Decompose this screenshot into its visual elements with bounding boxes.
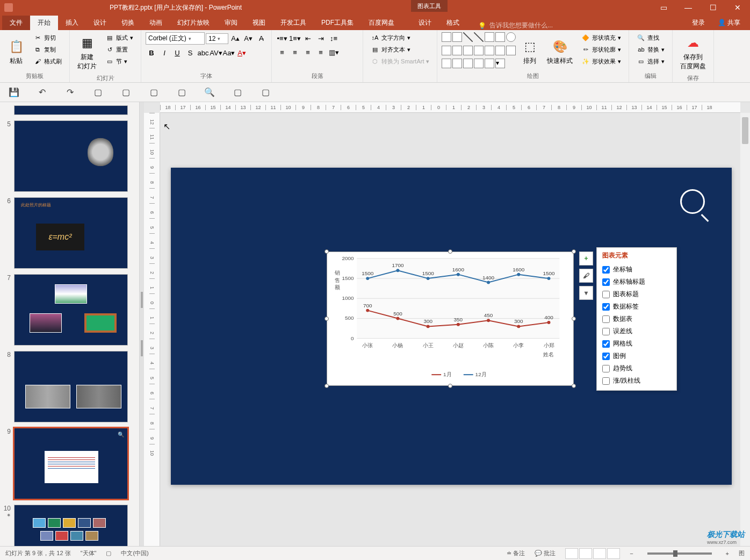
chart-element-item[interactable]: 网格线	[602, 338, 671, 350]
login-button[interactable]: 登录	[687, 16, 710, 30]
view-slideshow[interactable]	[607, 548, 620, 559]
shape-r1[interactable]	[442, 46, 451, 55]
chart-element-item[interactable]: 误差线	[602, 325, 671, 338]
shape-r3[interactable]	[463, 46, 473, 55]
handle-ml[interactable]	[324, 317, 329, 321]
tab-pdf[interactable]: PDF工具集	[314, 16, 361, 30]
outdent-btn[interactable]: ⇤	[302, 32, 314, 44]
slide-thumbnail-panel[interactable]: 5 6 此处照片的标题 ε=mc² 7 8	[0, 102, 140, 546]
shape-outline-btn[interactable]: ✏形状轮廓 ▾	[578, 44, 624, 55]
tab-chart-format[interactable]: 格式	[439, 16, 467, 30]
shape-r7[interactable]	[506, 46, 516, 55]
ribbon-options-btn[interactable]: ▭	[651, 0, 676, 15]
zoom-in[interactable]: +	[726, 550, 729, 557]
underline-btn[interactable]: U	[171, 47, 183, 59]
numbering-btn[interactable]: 1≡▾	[289, 32, 301, 44]
chart-element-checkbox[interactable]	[602, 340, 610, 348]
shape-r10[interactable]	[463, 59, 473, 68]
handle-tr[interactable]	[572, 249, 576, 254]
shape-rect2[interactable]	[495, 32, 505, 42]
quick-styles-button[interactable]: 🎨快速样式	[544, 32, 576, 71]
copy-button[interactable]: ⧉复制	[30, 44, 65, 55]
spacing-btn[interactable]: AV▾	[210, 47, 222, 59]
shape-gallery[interactable]: ▾	[442, 32, 516, 71]
text-direction-btn[interactable]: ↕A文字方向 ▾	[367, 32, 432, 43]
zoom-out[interactable]: −	[630, 550, 633, 557]
view-sorter[interactable]	[579, 548, 592, 559]
indent-btn[interactable]: ⇥	[315, 32, 327, 44]
shape-effects-btn[interactable]: ✨形状效果 ▾	[578, 56, 624, 67]
shape-more[interactable]: ▾	[495, 59, 505, 68]
panel-splitter[interactable]	[140, 102, 144, 546]
chart-element-checkbox[interactable]	[602, 291, 610, 298]
paste-button[interactable]: 📋 粘贴	[4, 32, 28, 71]
line-spacing-btn[interactable]: ↕≡	[328, 32, 340, 44]
chart-element-checkbox[interactable]	[602, 303, 610, 311]
tab-developer[interactable]: 开发工具	[273, 16, 314, 30]
chart-element-checkbox[interactable]	[602, 266, 610, 274]
handle-bm[interactable]	[448, 384, 452, 388]
tab-view[interactable]: 视图	[245, 16, 273, 30]
tab-slideshow[interactable]: 幻灯片放映	[170, 16, 217, 30]
reset-button[interactable]: ↺重置	[102, 44, 136, 55]
shape-r2[interactable]	[452, 46, 462, 55]
shape-rect[interactable]	[442, 32, 451, 42]
scrollbar-vertical[interactable]	[740, 113, 750, 546]
shape-r9[interactable]	[452, 59, 462, 68]
font-size-combo[interactable]: 12▾	[206, 33, 228, 44]
qat-a10[interactable]: ▢	[258, 85, 273, 100]
tab-animations[interactable]: 动画	[142, 16, 170, 30]
shape-oval[interactable]	[506, 32, 516, 42]
handle-tm[interactable]	[448, 249, 452, 254]
qat-a9[interactable]: ▢	[230, 85, 245, 100]
new-slide-button[interactable]: ▦ 新建 幻灯片	[74, 32, 100, 73]
chart-element-checkbox[interactable]	[602, 353, 610, 360]
thumb-8[interactable]: 8	[3, 351, 136, 422]
cut-button[interactable]: ✂剪切	[30, 32, 65, 43]
qat-save[interactable]: 💾	[6, 85, 21, 100]
layout-button[interactable]: ▤版式 ▾	[102, 32, 136, 43]
slide-canvas[interactable]: 0500100015002000小张小杨小王小赵小陈小李小郑7005003003…	[171, 168, 732, 485]
chart-add-element-btn[interactable]: +	[579, 252, 593, 265]
shape-r6[interactable]	[495, 46, 505, 55]
shadow-btn[interactable]: abc	[197, 47, 209, 59]
chart-element-checkbox[interactable]	[602, 377, 610, 385]
qat-undo[interactable]: ↶	[34, 85, 49, 100]
font-color-btn[interactable]: A▾	[236, 47, 248, 59]
qat-a6[interactable]: ▢	[146, 85, 161, 100]
shape-line2[interactable]	[474, 32, 484, 42]
shape-r5[interactable]	[485, 46, 494, 55]
align-text-btn[interactable]: ▤对齐文本 ▾	[367, 44, 432, 55]
clear-format-btn[interactable]: A̶	[255, 33, 267, 45]
thumb-10[interactable]: 10 ✶	[3, 505, 136, 546]
qat-a7[interactable]: ▢	[174, 85, 189, 100]
shape-text[interactable]	[452, 32, 462, 42]
tab-transitions[interactable]: 切换	[114, 16, 142, 30]
chart-element-item[interactable]: 数据表	[602, 313, 671, 325]
find-btn[interactable]: 🔍查找	[633, 32, 668, 43]
save-baidu-button[interactable]: ☁保存到 百度网盘	[677, 32, 709, 73]
smartart-btn[interactable]: ⬡转换为 SmartArt ▾	[367, 56, 432, 67]
fit-to-window[interactable]: 图	[739, 549, 745, 557]
format-painter-button[interactable]: 🖌格式刷	[30, 56, 65, 67]
view-normal[interactable]	[565, 548, 578, 559]
chart-element-checkbox[interactable]	[602, 328, 610, 335]
replace-btn[interactable]: ab替换 ▾	[633, 44, 668, 55]
chart-element-checkbox[interactable]	[602, 315, 610, 323]
tab-review[interactable]: 审阅	[217, 16, 245, 30]
shape-line[interactable]	[463, 32, 473, 42]
tab-baidu[interactable]: 百度网盘	[361, 16, 402, 30]
qat-a4[interactable]: ▢	[90, 85, 105, 100]
chart-element-item[interactable]: 坐标轴	[602, 263, 671, 276]
chart-element-checkbox[interactable]	[602, 278, 610, 286]
thumb-5[interactable]: 5	[3, 120, 136, 192]
qat-a5[interactable]: ▢	[118, 85, 133, 100]
select-btn[interactable]: ▭选择 ▾	[633, 56, 668, 67]
shape-r12[interactable]	[485, 59, 494, 68]
case-btn[interactable]: Aa▾	[223, 47, 235, 59]
tab-file[interactable]: 文件	[2, 16, 30, 30]
thumb-9[interactable]: 9 🔍	[3, 428, 136, 499]
section-button[interactable]: ▭节 ▾	[102, 56, 136, 67]
chart-element-item[interactable]: 坐标轴标题	[602, 276, 671, 288]
notes-btn[interactable]: ≐ 备注	[507, 549, 525, 557]
